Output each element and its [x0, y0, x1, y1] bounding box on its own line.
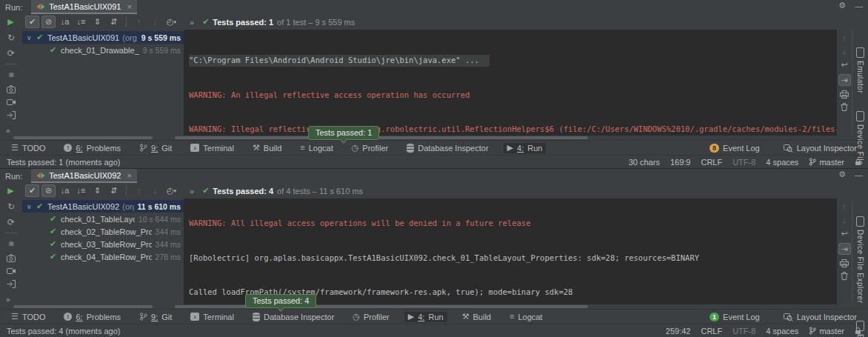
event-log-button[interactable]: 8Event Log	[706, 143, 764, 153]
show-passed-button[interactable]: ✔	[25, 16, 39, 28]
statusbar-item-terminal[interactable]: ›Terminal	[187, 312, 238, 322]
statusbar-item-problems[interactable]: !6:Problems	[60, 143, 124, 153]
statusbar-item-logcat[interactable]: ≡Logcat	[296, 143, 336, 153]
statusbar-item-terminal[interactable]: ›Terminal	[187, 143, 238, 153]
tree-row-test[interactable]: ✔ check_02_TableRow_Properties 344 ms	[22, 225, 184, 238]
chevron-down-icon[interactable]: ∨	[27, 34, 36, 41]
tool-window-button-device-file-explorer[interactable]: Device File Explorer	[856, 216, 864, 303]
statusbar-item-database-inspector[interactable]: Database Inspector	[403, 143, 492, 153]
next-failed-test-button[interactable]: ↓	[148, 16, 162, 28]
layout-inspector-button[interactable]: Layout Inspector	[780, 312, 861, 322]
line-ending-indicator[interactable]: CRLF	[701, 158, 722, 167]
screen-record-icon[interactable]	[7, 99, 16, 106]
previous-failed-test-button[interactable]: ↑	[132, 16, 146, 28]
encoding-indicator[interactable]: UTF-8	[732, 158, 755, 167]
show-ignored-button[interactable]: ⊘	[41, 16, 56, 28]
statusbar-item-run[interactable]: ▶4:Run	[504, 143, 547, 153]
caret-position[interactable]: 259:42	[666, 327, 691, 336]
close-icon[interactable]: ×	[127, 171, 131, 180]
encoding-indicator[interactable]: UTF-8	[732, 327, 755, 336]
rerun-tests-button[interactable]: ▶	[4, 186, 18, 196]
lock-icon[interactable]	[855, 327, 861, 335]
soft-wrap-icon[interactable]: ↩	[841, 60, 847, 70]
tree-row-test[interactable]: ✔ check_03_TableRow_Properties 344 ms	[22, 238, 184, 250]
test-history-button[interactable]: ◴▾	[164, 16, 178, 28]
import-icon[interactable]	[7, 280, 16, 288]
close-icon[interactable]: ×	[127, 2, 131, 11]
statusbar-item-logcat[interactable]: ≡Logcat	[506, 312, 546, 322]
previous-failed-test-button[interactable]: ↑	[132, 184, 146, 197]
expand-all-button[interactable]: ⇕	[90, 16, 104, 28]
soft-wrap-icon[interactable]: ↩	[841, 229, 847, 238]
collapse-all-button[interactable]: ⇵	[107, 184, 121, 197]
tree-row-test[interactable]: ✔ check_01_TableLayout_Properties 10 s 6…	[22, 213, 184, 225]
event-log-button[interactable]: 1Event Log	[706, 312, 764, 322]
show-ignored-button[interactable]: ⊘	[41, 184, 56, 197]
settings-gear-icon[interactable]: ⚙	[838, 1, 846, 10]
stop-icon[interactable]: ■	[8, 238, 13, 249]
git-branch-widget[interactable]: master	[809, 327, 844, 336]
hidden-toolbar-chevrons-icon[interactable]: »	[6, 296, 10, 304]
more-actions-icon[interactable]: »	[190, 187, 194, 196]
tool-window-button-emulator[interactable]: Emulator	[856, 47, 864, 93]
show-passed-button[interactable]: ✔	[25, 184, 39, 197]
indent-indicator[interactable]: 4 spaces	[766, 158, 798, 167]
print-icon[interactable]	[840, 259, 849, 267]
test-history-button[interactable]: ◴▾	[164, 184, 178, 197]
run-tab[interactable]: TestA1BasicUIX091 ×	[31, 0, 137, 14]
refresh-icon[interactable]: ⟳	[7, 48, 15, 59]
tree-row-test[interactable]: ✔ check_01_Drawable_Resources 9 s 559 ms	[22, 44, 184, 56]
console-scrollbar[interactable]	[175, 136, 588, 139]
rerun-tests-button[interactable]: ▶	[4, 17, 18, 27]
indent-indicator[interactable]: 4 spaces	[766, 327, 798, 336]
sort-by-duration-button[interactable]: ↓≡	[74, 16, 88, 28]
tree-scrollbar[interactable]	[13, 136, 153, 139]
sort-by-duration-button[interactable]: ↓≡	[74, 184, 88, 197]
sort-alphabetically-button[interactable]: ↓a	[58, 184, 72, 197]
more-actions-icon[interactable]: »	[190, 18, 194, 27]
statusbar-item-build[interactable]: ⚒Build	[249, 143, 285, 153]
scroll-up-icon[interactable]: ↑	[842, 33, 847, 42]
caret-position[interactable]: 169:9	[670, 158, 691, 167]
run-tab[interactable]: TestA1BasicUIX092 ×	[31, 169, 137, 183]
console-scrollbar[interactable]	[175, 305, 588, 308]
tree-row-root[interactable]: ∨ ✔ TestA1BasicUIX092 (org.aplas.basica …	[22, 200, 184, 213]
refresh-icon[interactable]: ⟳	[7, 217, 15, 227]
lock-icon[interactable]	[855, 158, 861, 166]
chevron-down-icon[interactable]: ∨	[27, 203, 36, 210]
minimize-icon[interactable]: —	[855, 1, 863, 10]
statusbar-item-run[interactable]: ▶4:Run	[404, 312, 447, 322]
git-branch-widget[interactable]: master	[809, 158, 844, 167]
screenshot-icon[interactable]	[7, 254, 16, 262]
scroll-down-icon[interactable]: ↓	[842, 47, 847, 56]
rerun-icon[interactable]: ↻	[7, 33, 15, 43]
statusbar-item-build[interactable]: ⚒Build	[458, 312, 495, 322]
clear-console-icon[interactable]	[841, 103, 848, 111]
clear-console-icon[interactable]	[841, 272, 848, 280]
statusbar-item-profiler[interactable]: ◷Profiler	[349, 312, 393, 322]
statusbar-item-database-inspector[interactable]: Database Inspector	[249, 312, 338, 322]
settings-gear-icon[interactable]: ⚙	[838, 170, 846, 179]
line-ending-indicator[interactable]: CRLF	[701, 327, 722, 336]
statusbar-item-profiler[interactable]: ◷Profiler	[348, 143, 392, 153]
scroll-to-end-icon[interactable]: ⇥	[838, 243, 851, 255]
next-failed-test-button[interactable]: ↓	[148, 184, 162, 197]
sort-alphabetically-button[interactable]: ↓a	[58, 16, 72, 28]
stop-icon[interactable]: ■	[8, 70, 13, 80]
minimize-icon[interactable]: —	[855, 170, 863, 179]
screen-record-icon[interactable]	[7, 267, 16, 275]
scroll-down-icon[interactable]: ↓	[842, 216, 847, 224]
statusbar-item-git[interactable]: 9:Git	[136, 143, 176, 153]
expand-all-button[interactable]: ⇕	[90, 184, 104, 197]
screenshot-icon[interactable]	[7, 85, 16, 93]
scroll-up-icon[interactable]: ↑	[842, 202, 847, 211]
tree-row-test[interactable]: ✔ check_04_TableRow_Properties 278 ms	[22, 250, 184, 263]
statusbar-item-todo[interactable]: ☰TODO	[7, 143, 49, 153]
statusbar-item-problems[interactable]: !6:Problems	[60, 312, 124, 322]
statusbar-item-git[interactable]: 9:Git	[136, 312, 176, 322]
print-icon[interactable]	[840, 90, 849, 99]
collapse-all-button[interactable]: ⇵	[107, 16, 121, 28]
layout-inspector-button[interactable]: Layout Inspector	[780, 143, 861, 153]
tree-row-root[interactable]: ∨ ✔ TestA1BasicUIX091 (org.aplas.basica …	[22, 31, 184, 44]
import-icon[interactable]	[7, 111, 16, 119]
